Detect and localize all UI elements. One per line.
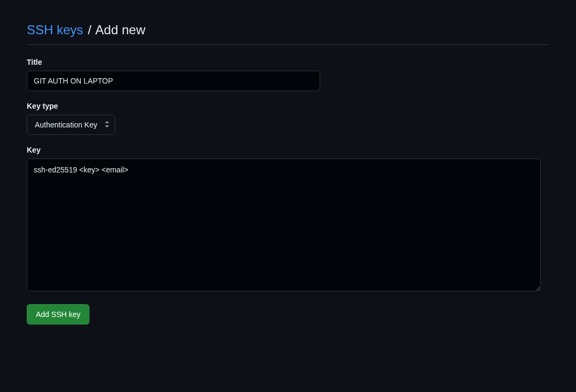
key-label: Key: [27, 146, 549, 154]
add-ssh-key-button[interactable]: Add SSH key: [27, 304, 89, 325]
breadcrumb-separator: /: [88, 22, 92, 37]
key-field-group: Key ssh-ed25519 <key> <email>: [27, 146, 549, 293]
page-header: SSH keys / Add new: [27, 21, 549, 45]
title-input[interactable]: [27, 71, 320, 91]
key-textarea[interactable]: ssh-ed25519 <key> <email>: [27, 159, 541, 291]
title-label: Title: [27, 58, 549, 66]
breadcrumb-current: Add new: [95, 22, 145, 37]
key-type-select[interactable]: Authentication Key: [27, 115, 115, 135]
add-ssh-key-form: Title Key type Authentication Key Key ss…: [27, 58, 549, 325]
key-type-label: Key type: [27, 102, 549, 110]
breadcrumb-parent-link[interactable]: SSH keys: [27, 22, 83, 37]
breadcrumb: SSH keys / Add new: [27, 21, 549, 38]
key-type-field-group: Key type Authentication Key: [27, 102, 549, 135]
title-field-group: Title: [27, 58, 549, 91]
